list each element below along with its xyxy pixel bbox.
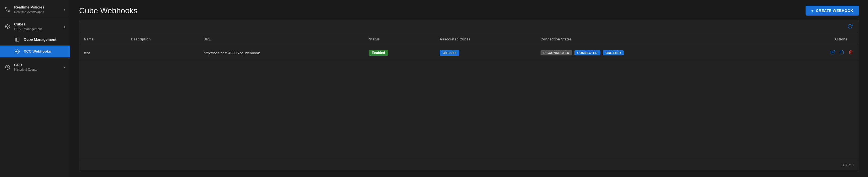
cube-settings-icon [14, 36, 20, 43]
cubes-chevron: ▴ [64, 25, 65, 29]
cdr-subtitle: Historical Events [14, 67, 60, 71]
sidebar-item-cdr[interactable]: CDR Historical Events ▾ [0, 60, 70, 75]
sidebar-item-cube-management[interactable]: Cube Management [0, 34, 70, 46]
cdr-chevron: ▾ [64, 65, 65, 69]
cdr-title: CDR [14, 63, 60, 67]
sidebar-item-realtime-policies[interactable]: Realtime Policies Realtime events/apps ▾ [0, 2, 70, 17]
cell-name: test [80, 45, 127, 61]
cell-associated-cubes: lab-cube [435, 45, 536, 61]
page-header: Cube Webhooks + CREATE WEBHOOK [70, 0, 868, 20]
table-pagination: 1-1 of 1 [80, 160, 859, 170]
connection-badges: DISCONNECTED CONNECTED CREATED [540, 50, 768, 55]
cdr-text: CDR Historical Events [14, 63, 60, 71]
cell-actions [773, 45, 859, 61]
conn-created-badge: CREATED [603, 50, 624, 55]
xcc-webhooks-label: XCC Webhooks [24, 49, 51, 54]
cubes-subtitle: CUBE Management [14, 27, 60, 31]
cell-url: http://localhost:4000/xcc_webhook [199, 45, 365, 61]
cube-badge: lab-cube [440, 50, 459, 56]
sidebar: Realtime Policies Realtime events/apps ▾… [0, 0, 70, 177]
schedule-button[interactable] [838, 49, 845, 57]
realtime-policies-subtitle: Realtime events/apps [14, 10, 60, 14]
webhooks-table-container: Name Description URL Status Associated C… [79, 20, 859, 170]
delete-button[interactable] [847, 49, 854, 57]
cubes-title: Cubes [14, 22, 60, 27]
history-icon [4, 64, 11, 70]
conn-connected-badge: CONNECTED [575, 50, 600, 55]
webhooks-table: Name Description URL Status Associated C… [80, 34, 859, 61]
svg-rect-2 [15, 38, 19, 41]
conn-disconnected-badge: DISCONNECTED [540, 50, 572, 55]
cell-status: Enabled [365, 45, 435, 61]
actions-container [777, 49, 854, 57]
status-badge: Enabled [369, 50, 388, 56]
cube-icon [4, 24, 11, 30]
cell-connection-states: DISCONNECTED CONNECTED CREATED [536, 45, 773, 61]
sidebar-item-xcc-webhooks[interactable]: XCC Webhooks [0, 46, 70, 57]
realtime-policies-chevron: ▾ [64, 8, 65, 11]
col-url: URL [199, 34, 365, 45]
divider-1 [0, 18, 70, 18]
create-label: CREATE WEBHOOK [816, 8, 853, 13]
page-title: Cube Webhooks [79, 6, 137, 15]
col-status: Status [365, 34, 435, 45]
webhooks-icon [14, 48, 20, 55]
table-header-row: Name Description URL Status Associated C… [80, 34, 859, 45]
col-associated-cubes: Associated Cubes [435, 34, 536, 45]
create-icon: + [811, 8, 813, 13]
main-content: Cube Webhooks + CREATE WEBHOOK Name Desc… [70, 0, 868, 177]
realtime-policies-text: Realtime Policies Realtime events/apps [14, 5, 60, 14]
cubes-text: Cubes CUBE Management [14, 22, 60, 31]
edit-button[interactable] [829, 49, 836, 57]
svg-point-4 [17, 51, 18, 52]
svg-rect-6 [840, 51, 843, 54]
col-name: Name [80, 34, 127, 45]
sidebar-item-cubes[interactable]: Cubes CUBE Management ▴ [0, 19, 70, 34]
table-toolbar [80, 20, 859, 34]
phone-icon [4, 6, 11, 13]
refresh-button[interactable] [846, 23, 854, 31]
cell-description [127, 45, 199, 61]
table-row: test http://localhost:4000/xcc_webhook E… [80, 45, 859, 61]
cube-management-label: Cube Management [24, 37, 57, 42]
create-webhook-button[interactable]: + CREATE WEBHOOK [806, 6, 859, 16]
col-connection-states: Connection States [536, 34, 773, 45]
col-actions: Actions [773, 34, 859, 45]
realtime-policies-title: Realtime Policies [14, 5, 60, 10]
col-description: Description [127, 34, 199, 45]
